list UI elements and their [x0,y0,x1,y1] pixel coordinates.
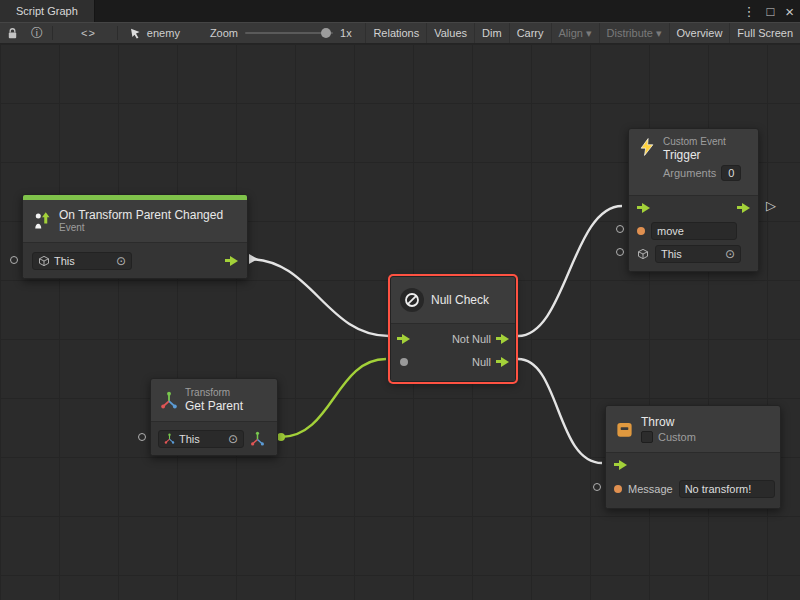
lock-icon [6,27,19,40]
gameobject-cube-icon [38,255,50,267]
object-picker-icon[interactable]: ⊙ [116,255,126,267]
zoom-value: 1x [340,27,352,39]
node-title: Trigger [663,148,741,162]
relations-button[interactable]: Relations [365,23,426,43]
dim-button[interactable]: Dim [474,23,509,43]
graph-canvas[interactable]: On Transform Parent Changed Event This ⊙… [0,44,800,600]
node-header: Transform Get Parent [151,379,277,421]
node-body: Message [606,452,780,508]
node-header: Throw Custom [606,406,780,452]
transform-output-port-icon[interactable] [250,431,265,446]
flow-input-port[interactable] [614,460,627,470]
arguments-label: Arguments [663,167,716,179]
node-body: This ⊙ [23,242,247,278]
null-check-icon [400,288,424,312]
value-input-port[interactable] [138,433,146,441]
arguments-count-field[interactable]: 0 [721,165,741,181]
toolbar-separator [117,26,118,40]
node-null-check[interactable]: Null Check Not Null Null [390,276,516,382]
value-input-port[interactable] [593,483,601,491]
event-name-port-dot[interactable] [637,227,645,235]
zoom-slider-handle[interactable] [321,28,331,38]
node-category: Custom Event [663,136,741,148]
port-label-null: Null [472,356,491,368]
node-title: Get Parent [185,399,243,413]
node-header: On Transform Parent Changed Event [23,200,247,242]
gameobject-cube-icon [637,248,649,260]
flow-continue-icon: ▷ [766,199,776,212]
node-category: Transform [185,387,243,399]
flow-output-null-port[interactable] [496,357,509,367]
node-title: On Transform Parent Changed [59,208,223,222]
node-header: Null Check [391,277,515,323]
throw-exception-icon [615,420,634,439]
target-value: This [54,255,75,267]
wire-getparent-to-nullcheck[interactable] [281,359,386,437]
edit-code-button[interactable]: <> [74,23,103,43]
wire-null-to-throw[interactable] [518,359,602,463]
transform-axes-icon [160,391,178,409]
target-value: This [661,248,682,260]
graph-asset-label[interactable]: enemy [121,27,188,40]
window-titlebar: Script Graph ⋮ □ × [0,0,800,22]
object-picker-icon[interactable]: ⊙ [725,248,735,260]
node-body: This ⊙ [629,195,758,271]
message-input[interactable] [679,480,775,498]
more-menu-icon[interactable]: ⋮ [742,5,755,18]
overview-button[interactable]: Overview [669,23,730,43]
value-input-port-dot[interactable] [400,358,408,366]
code-icon: <> [81,27,96,39]
wire-event-to-nullcheck[interactable] [249,259,389,336]
event-name-input[interactable] [651,222,737,240]
carry-button[interactable]: Carry [509,23,551,43]
node-get-parent[interactable]: Transform Get Parent This ⊙ [150,378,278,456]
toolbar-separator [52,26,53,40]
align-button[interactable]: Align ▾ [551,23,599,43]
message-label: Message [628,483,673,495]
distribute-button[interactable]: Distribute ▾ [599,23,669,43]
node-header: Custom Event Trigger Arguments 0 [629,129,758,195]
chevron-down-icon: ▾ [656,27,662,40]
transform-axes-icon [164,433,175,444]
zoom-slider[interactable] [245,32,333,34]
graph-asset-icon [129,27,142,40]
wire-notnull-to-trigger[interactable] [518,206,622,336]
tab-script-graph[interactable]: Script Graph [0,0,95,22]
chevron-down-icon: ▾ [586,27,592,40]
transform-parent-changed-icon [32,211,52,231]
info-icon: ⓘ [31,25,43,42]
target-dropdown[interactable]: This ⊙ [32,252,132,270]
close-icon[interactable]: × [785,4,794,19]
flow-output-not-null-port[interactable] [496,334,509,344]
custom-checkbox[interactable] [641,431,653,443]
toolbar-button-group: Relations Values Dim Carry Align ▾ Distr… [365,23,800,43]
node-body: Not Null Null [391,323,515,381]
info-button[interactable]: ⓘ [25,23,49,43]
full-screen-button[interactable]: Full Screen [729,23,800,43]
zoom-label: Zoom [210,27,238,39]
value-input-port[interactable] [616,248,624,256]
custom-event-bolt-icon [638,138,656,156]
port-label-not-null: Not Null [452,333,491,345]
flow-output-port[interactable] [737,203,750,213]
object-picker-icon[interactable]: ⊙ [228,433,238,445]
node-title: Throw [641,415,696,429]
node-on-transform-parent-changed[interactable]: On Transform Parent Changed Event This ⊙ [22,194,248,279]
flow-input-port[interactable] [397,334,410,344]
lock-button[interactable] [0,23,25,43]
message-port-dot[interactable] [614,485,622,493]
target-dropdown[interactable]: This ⊙ [158,430,244,448]
node-throw[interactable]: Throw Custom Message [605,405,781,509]
node-trigger-custom-event[interactable]: Custom Event Trigger Arguments 0 This [628,128,759,272]
node-body: This ⊙ [151,421,277,455]
maximize-icon[interactable]: □ [766,5,774,18]
flow-output-port[interactable] [225,256,238,266]
value-input-port[interactable] [10,256,18,264]
values-button[interactable]: Values [426,23,474,43]
target-value: This [179,433,200,445]
node-subtitle: Event [59,222,223,234]
target-dropdown[interactable]: This ⊙ [655,245,741,263]
value-input-port[interactable] [616,225,624,233]
custom-label: Custom [658,431,696,443]
flow-input-port[interactable] [637,203,650,213]
